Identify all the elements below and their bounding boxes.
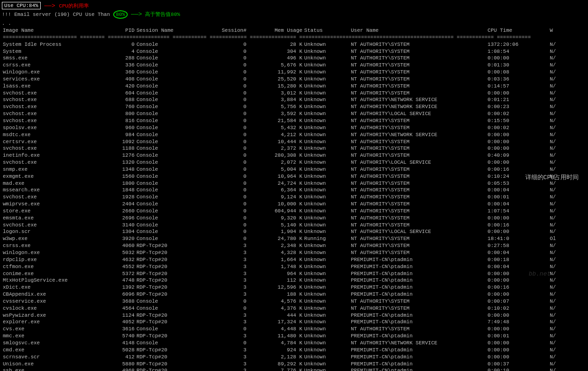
proc-name: winlogon.exe <box>2 249 102 256</box>
table-row: cvs.exe 3616 Console 0 4,448 K Unknown N… <box>2 326 586 333</box>
proc-session: RDP-Tcp#20 <box>136 263 210 270</box>
proc-pid: 5028 <box>102 347 136 354</box>
proc-status: Unknown <box>303 48 350 55</box>
proc-session: Console <box>136 180 210 187</box>
proc-w: N/ <box>549 117 586 124</box>
proc-pid: 4060 <box>102 242 136 249</box>
proc-session: RDP-Tcp#20 <box>136 256 210 263</box>
proc-cpu: 0:00:00 <box>486 138 549 145</box>
proc-w: N/ <box>549 277 586 284</box>
table-header-separator: ======================== ======== ======… <box>2 34 586 41</box>
proc-w: N/ <box>549 103 586 110</box>
proc-session: Console <box>136 187 210 194</box>
proc-sessnum: 3 <box>210 242 247 249</box>
proc-cpu: 0:00:23 <box>486 103 549 110</box>
proc-w: N/ <box>549 284 586 291</box>
table-row: MtxHotPlugService.exe 4748 RDP-Tcp#20 3 … <box>2 277 586 284</box>
proc-sessnum: 3 <box>210 284 247 291</box>
proc-pid: 288 <box>102 55 136 62</box>
proc-status: Unknown <box>303 166 350 173</box>
proc-session: RDP-Tcp#20 <box>136 277 210 284</box>
proc-name: svchost.exe <box>2 110 102 117</box>
proc-mem: 280,308 K <box>247 152 304 159</box>
proc-user: NT AUTHORITY\SYSTEM <box>350 208 486 215</box>
proc-name: cvsservice.exe <box>2 298 102 305</box>
threshold-badge: 80% <box>113 10 128 19</box>
proc-mem: 4,376 K <box>247 305 304 312</box>
proc-user: PREMIUMIT-CN\ptadmin <box>350 367 486 371</box>
proc-pid: 1392 <box>102 284 136 291</box>
proc-user: NT AUTHORITY\SYSTEM <box>350 305 486 312</box>
proc-cpu: 0:00:16 <box>486 222 549 229</box>
proc-cpu: 0:00:00 <box>486 347 549 354</box>
proc-w: N/ <box>549 194 586 201</box>
proc-mem: 964 K <box>247 270 304 277</box>
proc-status: Unknown <box>303 361 350 368</box>
proc-name: svchost.exe <box>2 159 102 166</box>
proc-w: N/ <box>549 173 586 180</box>
proc-name: mmc.exe <box>2 333 102 340</box>
proc-status: Unknown <box>303 256 350 263</box>
proc-sessnum: 0 <box>210 215 247 222</box>
proc-user: PREMIUMIT-CN\ptadmin <box>350 291 486 298</box>
proc-name: smlogsvc.exe <box>2 340 102 347</box>
proc-w: N/ <box>549 110 586 117</box>
proc-user: NT AUTHORITY\SYSTEM <box>350 124 486 131</box>
proc-cpu: 0:00:02 <box>486 124 549 131</box>
top-bar: Use CPU:84% ——> CPU的利用率 <box>2 2 586 9</box>
table-row: conime.exe 5372 RDP-Tcp#20 3 964 K Unkno… <box>2 270 586 277</box>
proc-user: NT AUTHORITY\SYSTEM <box>350 235 486 242</box>
proc-name: ctfmon.exe <box>2 263 102 270</box>
proc-name: cvs.exe <box>2 326 102 333</box>
proc-mem: 89,292 K <box>247 361 304 368</box>
warning-line: !!! Email server (190) CPU Use Than 80% … <box>2 10 586 19</box>
proc-sessnum: 0 <box>210 76 247 83</box>
table-row: inetinfo.exe 1276 Console 0 280,308 K Un… <box>2 152 586 159</box>
proc-pid: 3140 <box>102 222 136 229</box>
proc-mem: 1,664 K <box>247 256 304 263</box>
proc-status: Unknown <box>303 201 350 208</box>
proc-session: RDP-Tcp#20 <box>136 319 210 326</box>
table-row: csrss.exe 4060 RDP-Tcp#20 3 2,348 K Unkn… <box>2 242 586 249</box>
proc-user: NT AUTHORITY\SYSTEM <box>350 76 486 83</box>
proc-mem: 496 K <box>247 55 304 62</box>
proc-sessnum: 3 <box>210 263 247 270</box>
proc-cpu: 0:00:00 <box>486 340 549 347</box>
proc-mem: 2,072 K <box>247 159 304 166</box>
arrow-red-1: ——> <box>44 2 55 9</box>
proc-pid: 4564 <box>102 305 136 312</box>
table-row: svchost.exe 688 Console 0 3,884 K Unknow… <box>2 96 586 103</box>
proc-name: rdpclip.exe <box>2 256 102 263</box>
proc-cpu: 0:00:37 <box>486 361 549 368</box>
proc-cpu: 0:00:00 <box>486 354 549 361</box>
proc-session: RDP-Tcp#20 <box>136 242 210 249</box>
proc-mem: 5,756 K <box>247 103 304 110</box>
proc-status: Unknown <box>303 249 350 256</box>
proc-name: MtxHotPlugService.exe <box>2 277 102 284</box>
proc-cpu: 0:00:00 <box>486 270 549 277</box>
proc-name: cvslock.exe <box>2 305 102 312</box>
proc-cpu: 0:03:36 <box>486 76 549 83</box>
proc-name: conime.exe <box>2 270 102 277</box>
proc-name: svchost.exe <box>2 96 102 103</box>
proc-session: RDP-Tcp#20 <box>136 284 210 291</box>
table-row: winlogon.exe 5032 RDP-Tcp#20 3 4,328 K U… <box>2 249 586 256</box>
proc-status: Unknown <box>303 55 350 62</box>
proc-sessnum: 0 <box>210 131 247 138</box>
header-status: Status <box>303 27 350 34</box>
proc-status: Unknown <box>303 333 350 340</box>
header-image-name: Image Name <box>2 27 102 34</box>
proc-name: svchost.exe <box>2 117 102 124</box>
proc-cpu: 0:00:04 <box>486 263 549 270</box>
proc-pid: 3920 <box>102 235 136 242</box>
proc-pid: 1124 <box>102 312 136 319</box>
proc-session: Console <box>136 222 210 229</box>
proc-cpu: 0:00:00 <box>486 90 549 97</box>
proc-pid: 960 <box>102 124 136 131</box>
proc-user: NT AUTHORITY\NETWORK SERVICE <box>350 340 486 347</box>
proc-mem: 6,364 K <box>247 187 304 194</box>
proc-pid: 1188 <box>102 145 136 152</box>
proc-status: Unknown <box>303 312 350 319</box>
proc-pid: 4748 <box>102 277 136 284</box>
proc-session: Console <box>136 138 210 145</box>
